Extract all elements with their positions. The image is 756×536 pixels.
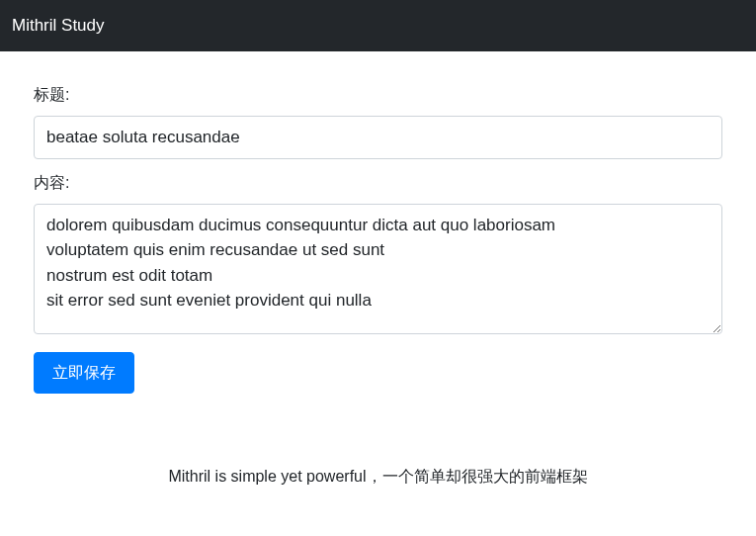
footer-text: Mithril is simple yet powerful，一个简单却很强大的… (168, 468, 587, 485)
content-textarea[interactable] (34, 204, 722, 334)
navbar: Mithril Study (0, 0, 756, 51)
title-label: 标题: (34, 85, 722, 106)
content-label: 内容: (34, 173, 722, 194)
title-input[interactable] (34, 116, 722, 159)
save-button[interactable]: 立即保存 (34, 352, 134, 394)
content-field-group: 内容: (34, 173, 722, 338)
footer: Mithril is simple yet powerful，一个简单却很强大的… (0, 411, 756, 507)
brand-title: Mithril Study (12, 16, 105, 35)
form-container: 标题: 内容: 立即保存 (0, 51, 756, 411)
title-field-group: 标题: (34, 85, 722, 159)
